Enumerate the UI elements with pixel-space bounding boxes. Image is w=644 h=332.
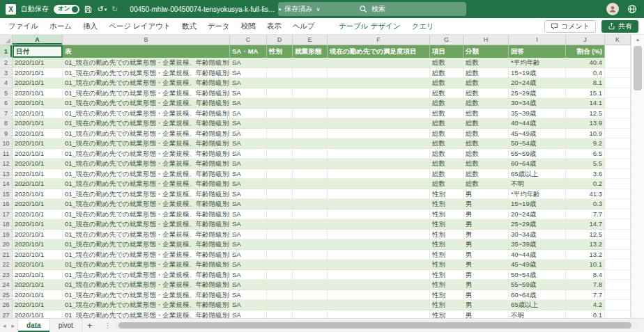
row-header-23[interactable]: 23 (0, 270, 13, 280)
cell-H6[interactable]: 総数 (463, 98, 509, 109)
cell-A18[interactable]: 2020/10/1 (13, 219, 63, 230)
row-header-13[interactable]: 13 (0, 169, 13, 180)
cell-H13[interactable]: 総数 (463, 169, 509, 180)
cell-B9[interactable]: 01_現在の勤め先での就業形態・企業規模、年齢階級別転職者割合 (63, 129, 230, 139)
row-header-10[interactable]: 10 (0, 139, 13, 149)
cell-E8[interactable] (293, 118, 328, 129)
cell-H10[interactable]: 総数 (463, 139, 509, 149)
cell-G22[interactable]: 性別 (430, 260, 463, 270)
cell-F27[interactable] (328, 310, 430, 319)
cell-A8[interactable]: 2020/10/1 (13, 118, 63, 129)
cell-B7[interactable]: 01_現在の勤め先での就業形態・企業規模、年齢階級別転職者割合 (63, 109, 230, 119)
cell-F10[interactable] (328, 139, 430, 149)
cell-C7[interactable]: SA (230, 109, 267, 119)
cell-E5[interactable] (293, 88, 328, 99)
cell-G14[interactable]: 総数 (430, 179, 463, 189)
ribbon-tab-5[interactable]: データ (202, 18, 236, 34)
cell-B23[interactable]: 01_現在の勤め先での就業形態・企業規模、年齢階級別転職者割合 (63, 270, 230, 280)
cell-I9[interactable]: 45~49歳 (509, 129, 566, 139)
cell-C11[interactable]: SA (230, 149, 267, 159)
cell-G21[interactable]: 性別 (430, 250, 463, 260)
cell-I8[interactable]: 40~44歳 (509, 118, 566, 129)
cell-B27[interactable]: 01_現在の勤め先での就業形態・企業規模、年齢階級別転職者割合 (63, 310, 230, 319)
cell-G7[interactable]: 総数 (430, 109, 463, 119)
cell-A11[interactable]: 2020/10/1 (13, 149, 63, 159)
row-header-18[interactable]: 18 (0, 219, 13, 230)
undo-dropdown-caret-icon[interactable]: ▾ (105, 7, 107, 12)
row-header-12[interactable]: 12 (0, 159, 13, 169)
cell-B22[interactable]: 01_現在の勤め先での就業形態・企業規模、年齢階級別転職者割合 (63, 260, 230, 270)
cell-E21[interactable] (293, 250, 328, 260)
cell-G16[interactable]: 性別 (430, 199, 463, 210)
cell-F13[interactable] (328, 169, 430, 180)
select-all-button[interactable] (0, 35, 13, 45)
cell-E6[interactable] (293, 98, 328, 109)
cell-J3[interactable]: 0.4 (566, 68, 605, 79)
cell-B3[interactable]: 01_現在の勤め先での就業形態・企業規模、年齢階級別転職者割合 (63, 68, 230, 79)
sheet-tab-data[interactable]: data (17, 319, 50, 332)
cell-J7[interactable]: 12.5 (566, 109, 605, 119)
cell-K6[interactable] (605, 98, 631, 109)
cell-H14[interactable]: 総数 (463, 179, 509, 189)
cell-C15[interactable]: SA (230, 189, 267, 200)
cell-G25[interactable]: 性別 (430, 290, 463, 301)
cell-E22[interactable] (293, 260, 328, 270)
cell-B5[interactable]: 01_現在の勤め先での就業形態・企業規模、年齢階級別転職者割合 (63, 88, 230, 99)
column-header-B[interactable]: B (63, 35, 230, 45)
cell-C2[interactable]: SA (230, 58, 267, 68)
cell-J25[interactable]: 7.7 (566, 290, 605, 301)
cell-A20[interactable]: 2020/10/1 (13, 239, 63, 250)
undo-button[interactable]: ↺ ▾ (97, 6, 107, 13)
cell-A2[interactable]: 2020/10/1 (13, 58, 63, 68)
cell-J9[interactable]: 10.9 (566, 129, 605, 139)
cell-G18[interactable]: 性別 (430, 219, 463, 230)
cell-C12[interactable]: SA (230, 159, 267, 169)
cell-B14[interactable]: 01_現在の勤め先での就業形態・企業規模、年齢階級別転職者割合 (63, 179, 230, 189)
header-cell-F1[interactable]: 現在の勤め先での満足度項目 (328, 45, 430, 58)
cell-J24[interactable]: 7.8 (566, 280, 605, 290)
cell-D25[interactable] (267, 290, 293, 301)
cell-F5[interactable] (328, 88, 430, 99)
ribbon-tab-6[interactable]: 校閲 (236, 18, 261, 34)
cell-G11[interactable]: 総数 (430, 149, 463, 159)
cell-I6[interactable]: 30~34歳 (509, 98, 566, 109)
cell-H27[interactable]: 男 (463, 310, 509, 319)
cell-J5[interactable]: 15.1 (566, 88, 605, 99)
cell-H7[interactable]: 総数 (463, 109, 509, 119)
cell-I22[interactable]: 45~49歳 (509, 260, 566, 270)
cell-I12[interactable]: 60~64歳 (509, 159, 566, 169)
cell-J4[interactable]: 8.1 (566, 78, 605, 88)
cell-G6[interactable]: 総数 (430, 98, 463, 109)
cell-F20[interactable] (328, 239, 430, 250)
cell-C22[interactable]: SA (230, 260, 267, 270)
cell-J10[interactable]: 9.2 (566, 139, 605, 149)
cell-D13[interactable] (267, 169, 293, 180)
row-header-4[interactable]: 4 (0, 78, 13, 88)
cell-E2[interactable] (293, 58, 328, 68)
cell-D6[interactable] (267, 98, 293, 109)
cell-B15[interactable]: 01_現在の勤め先での就業形態・企業規模、年齢階級別転職者割合 (63, 189, 230, 200)
cell-J13[interactable]: 3.6 (566, 169, 605, 180)
cell-J11[interactable]: 6.5 (566, 149, 605, 159)
cell-K22[interactable] (605, 260, 631, 270)
header-cell-I1[interactable]: 回答 (509, 45, 566, 58)
cell-I16[interactable]: 15~19歳 (509, 199, 566, 210)
cell-K2[interactable] (605, 58, 631, 68)
cell-I26[interactable]: 65歳以上 (509, 300, 566, 310)
cell-E17[interactable] (293, 210, 328, 220)
cell-I3[interactable]: 15~19歳 (509, 68, 566, 79)
cell-D4[interactable] (267, 78, 293, 88)
cell-D3[interactable] (267, 68, 293, 79)
cell-A21[interactable]: 2020/10/1 (13, 250, 63, 260)
cell-J19[interactable]: 12.5 (566, 230, 605, 240)
cell-I23[interactable]: 50~54歳 (509, 270, 566, 280)
cell-E3[interactable] (293, 68, 328, 79)
cell-J27[interactable]: 0.1 (566, 310, 605, 319)
ribbon-tab-2[interactable]: 挿入 (77, 18, 103, 34)
share-button[interactable]: 共有 (601, 20, 638, 33)
cell-E12[interactable] (293, 159, 328, 169)
row-header-20[interactable]: 20 (0, 239, 13, 250)
cell-K11[interactable] (605, 149, 631, 159)
globe-icon[interactable] (627, 4, 637, 14)
user-avatar[interactable] (606, 3, 619, 15)
